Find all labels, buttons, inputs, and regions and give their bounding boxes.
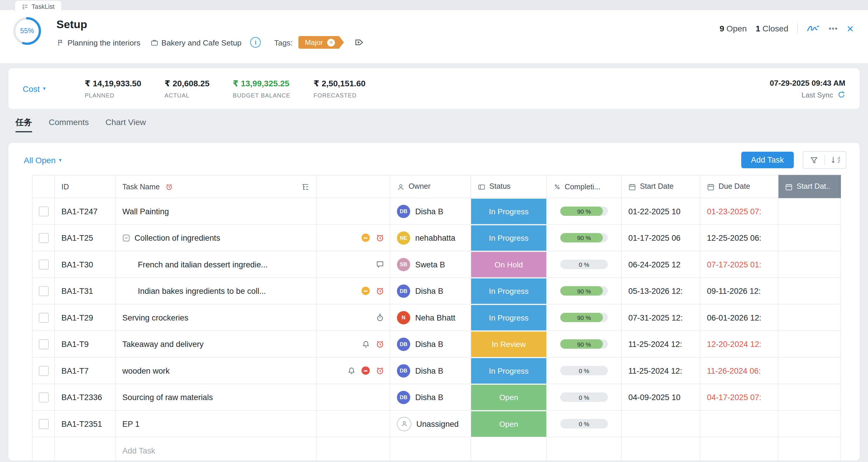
task-name-link[interactable]: Serving crockeries <box>122 313 188 322</box>
info-icon[interactable]: i <box>250 37 261 48</box>
due-date[interactable]: 12-25-2025 06: <box>707 233 761 242</box>
owner-cell[interactable]: Unassigned <box>397 417 464 431</box>
add-task-row[interactable]: Add Task <box>32 437 840 461</box>
subtask-tree-icon[interactable] <box>301 182 309 190</box>
add-tag-icon[interactable] <box>355 38 364 47</box>
status-badge[interactable]: Open <box>471 384 546 410</box>
due-date[interactable]: 09-11-2026 12: <box>707 286 761 295</box>
col-flags <box>316 175 390 198</box>
status-badge[interactable]: In Progress <box>471 358 546 383</box>
reminder-bell-icon <box>347 367 355 374</box>
col-status[interactable]: Status <box>471 175 547 198</box>
tasklist-window-tab[interactable]: TaskList <box>14 0 62 12</box>
add-column-icon[interactable] <box>860 181 860 192</box>
refresh-icon[interactable] <box>837 91 845 98</box>
close-icon[interactable]: × <box>847 22 854 34</box>
status-badge[interactable]: In Progress <box>471 225 546 251</box>
task-name-link[interactable]: Collection of ingredients <box>134 233 220 242</box>
col-id[interactable]: ID <box>55 175 115 198</box>
task-name-link[interactable]: Indian bakes ingredients to be coll... <box>138 286 266 295</box>
comment-icon[interactable] <box>376 260 384 268</box>
task-name-link[interactable]: EP 1 <box>122 420 140 428</box>
open-count[interactable]: 9Open <box>720 24 747 33</box>
cost-dropdown[interactable]: Cost▾ <box>23 84 71 93</box>
status-badge[interactable]: On Hold <box>471 251 546 277</box>
col-completion[interactable]: Completi... <box>547 175 621 198</box>
start-date[interactable]: 01-17-2025 06 <box>628 233 680 242</box>
owner-cell[interactable]: SBSweta B <box>397 258 464 271</box>
start-date[interactable]: 11-25-2024 12: <box>628 366 682 375</box>
status-badge[interactable]: Open <box>471 411 546 436</box>
zia-icon[interactable] <box>807 24 820 32</box>
sort-icon[interactable]: AZ <box>825 152 846 168</box>
task-name-link[interactable]: Wall Painting <box>122 207 169 215</box>
status-badge[interactable]: In Progress <box>471 278 546 304</box>
row-checkbox[interactable] <box>38 339 49 349</box>
owner-cell[interactable]: DBDisha B <box>397 337 464 350</box>
start-date[interactable]: 07-31-2025 12: <box>628 313 682 322</box>
owner-cell[interactable]: NNeha Bhatt <box>397 311 464 324</box>
completion-bar[interactable]: 90 % <box>560 206 608 216</box>
filter-icon[interactable] <box>803 152 824 168</box>
timer-icon[interactable] <box>376 313 384 321</box>
row-checkbox[interactable] <box>38 286 49 296</box>
owner-cell[interactable]: NEnehabhatta <box>397 231 464 244</box>
start-date[interactable]: 06-24-2025 12 <box>628 260 680 269</box>
remove-tag-icon[interactable]: × <box>327 38 335 46</box>
task-name-link[interactable]: wooden work <box>122 366 170 375</box>
row-checkbox[interactable] <box>38 233 49 243</box>
start-date[interactable]: 04-09-2025 10 <box>628 393 680 402</box>
owner-cell[interactable]: DBDisha B <box>397 284 464 297</box>
row-checkbox[interactable] <box>38 392 49 402</box>
status-badge[interactable]: In Progress <box>471 198 546 224</box>
due-date[interactable]: 06-01-2026 12: <box>707 313 761 322</box>
status-badge[interactable]: In Progress <box>471 305 546 330</box>
task-name-link[interactable]: French and italian dessert ingredie... <box>138 260 268 269</box>
task-name-link[interactable]: Takeaway and delivery <box>122 340 204 348</box>
tag-major[interactable]: Major × <box>298 36 344 49</box>
row-checkbox[interactable] <box>38 259 49 270</box>
more-options-icon[interactable]: ••• <box>829 24 838 32</box>
tab-chart-view[interactable]: Chart View <box>105 117 146 132</box>
subtask-expand-icon[interactable] <box>122 234 130 242</box>
closed-count[interactable]: 1Closed <box>755 24 788 33</box>
tags-label: Tags: <box>274 38 293 47</box>
col-task-name[interactable]: Task Name <box>115 175 316 198</box>
owner-cell[interactable]: DBDisha B <box>397 364 464 377</box>
completion-bar[interactable]: 90 % <box>560 313 608 322</box>
row-checkbox[interactable] <box>38 366 49 376</box>
due-date[interactable]: 12-20-2024 12: <box>707 340 761 348</box>
tab-comments[interactable]: Comments <box>49 117 89 132</box>
col-start-date-dragged[interactable]: Start Dat.. <box>778 175 841 198</box>
due-date[interactable]: 01-23-2025 07: <box>707 207 761 215</box>
row-checkbox[interactable] <box>38 313 49 322</box>
add-task-placeholder[interactable]: Add Task <box>122 446 155 455</box>
start-date[interactable]: 01-22-2025 10 <box>628 207 680 215</box>
start-date[interactable]: 11-25-2024 12: <box>628 340 682 348</box>
due-date[interactable]: 04-17-2025 07: <box>707 393 761 402</box>
completion-bar[interactable]: 0 % <box>560 259 608 269</box>
owner-cell[interactable]: DBDisha B <box>397 390 464 404</box>
view-filter-dropdown[interactable]: All Open▾ <box>24 155 61 165</box>
add-task-button[interactable]: Add Task <box>741 152 794 168</box>
completion-bar[interactable]: 90 % <box>560 286 608 296</box>
completion-bar[interactable]: 90 % <box>560 233 608 242</box>
project-link[interactable]: Bakery and Cafe Setup <box>150 38 242 47</box>
milestone-link[interactable]: Planning the interiors <box>56 38 140 47</box>
status-badge[interactable]: In Review <box>471 331 546 357</box>
task-name-link[interactable]: Sourcing of raw materials <box>122 393 213 402</box>
due-date[interactable]: 11-26-2024 06: <box>707 366 761 375</box>
owner-cell[interactable]: DBDisha B <box>397 205 464 218</box>
completion-bar[interactable]: 0 % <box>560 419 608 429</box>
col-owner[interactable]: Owner <box>390 175 471 198</box>
tab-tasks[interactable]: 任务 <box>16 117 32 132</box>
start-date[interactable]: 05-13-2026 12: <box>628 286 682 295</box>
completion-bar[interactable]: 0 % <box>560 393 608 402</box>
col-due-date[interactable]: Due Date <box>700 175 778 198</box>
due-date[interactable]: 07-17-2025 01: <box>707 260 761 269</box>
col-start-date[interactable]: Start Date <box>621 175 700 198</box>
row-checkbox[interactable] <box>38 206 49 216</box>
completion-bar[interactable]: 90 % <box>560 339 608 349</box>
row-checkbox[interactable] <box>38 419 49 429</box>
completion-bar[interactable]: 0 % <box>560 366 608 375</box>
